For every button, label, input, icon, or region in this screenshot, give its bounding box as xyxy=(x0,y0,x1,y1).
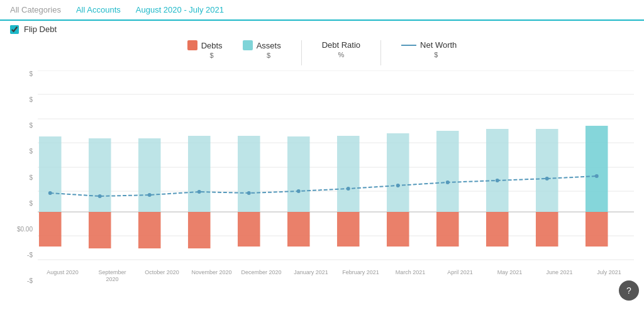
svg-point-43 xyxy=(545,177,549,180)
svg-point-33 xyxy=(48,191,52,195)
flip-debt-row: Flip Debt xyxy=(0,21,644,38)
all-accounts-filter[interactable]: All Accounts xyxy=(76,5,121,14)
svg-point-34 xyxy=(98,194,102,198)
chart-area: $ $ $ $ $ $ $0.00 -$ -$ xyxy=(10,70,634,284)
legend-net-worth: Net Worth $ xyxy=(401,40,457,58)
assets-color xyxy=(243,40,253,50)
svg-rect-10 xyxy=(89,138,111,212)
svg-rect-13 xyxy=(238,136,260,212)
flip-debt-label: Flip Debt xyxy=(24,25,57,34)
legend-debt-ratio: Debt Ratio % xyxy=(322,40,360,58)
svg-rect-20 xyxy=(586,126,608,212)
svg-rect-26 xyxy=(287,212,310,247)
chart-legend: Debts $ Assets $ Debt Ratio % Net Worth xyxy=(10,38,634,68)
legend-separator xyxy=(301,40,302,65)
svg-rect-29 xyxy=(436,212,459,247)
svg-point-40 xyxy=(396,184,400,187)
x-label-may: May 2021 xyxy=(485,267,535,284)
flip-debt-checkbox[interactable] xyxy=(10,25,19,34)
y-label-zero: $0.00 xyxy=(17,226,33,233)
y-label-2: $ xyxy=(29,96,33,103)
x-label-apr: April 2021 xyxy=(435,267,485,284)
svg-point-38 xyxy=(297,189,301,193)
x-label-mar: March 2021 xyxy=(386,267,435,284)
y-label-1: $ xyxy=(29,70,33,77)
x-label-nov: November 2020 xyxy=(187,267,236,284)
x-label-sep: September2020 xyxy=(87,267,137,284)
svg-rect-11 xyxy=(138,138,161,212)
svg-point-44 xyxy=(595,174,599,178)
svg-rect-25 xyxy=(238,212,260,247)
svg-point-42 xyxy=(496,179,499,182)
svg-rect-23 xyxy=(138,212,161,248)
x-label-jan: January 2021 xyxy=(286,267,336,284)
debts-color xyxy=(187,40,197,50)
chart-svg xyxy=(38,70,634,265)
svg-point-37 xyxy=(247,191,251,195)
svg-rect-30 xyxy=(486,212,509,247)
svg-point-41 xyxy=(446,180,450,184)
svg-point-39 xyxy=(347,187,350,191)
debts-label: Debts xyxy=(201,41,223,50)
net-worth-label: Net Worth xyxy=(420,40,457,50)
y-label-6: $ xyxy=(29,200,33,207)
svg-rect-31 xyxy=(536,212,558,247)
y-label-5: $ xyxy=(29,174,33,181)
assets-unit: $ xyxy=(267,52,270,59)
y-label-neg2: -$ xyxy=(27,277,33,284)
svg-rect-18 xyxy=(486,129,509,212)
svg-rect-9 xyxy=(39,136,62,212)
svg-rect-27 xyxy=(337,212,360,247)
date-range-filter[interactable]: August 2020 - July 2021 xyxy=(136,5,224,14)
debt-ratio-label: Debt Ratio xyxy=(322,40,360,50)
svg-rect-16 xyxy=(387,133,409,212)
legend-debts: Debts $ xyxy=(187,40,223,59)
svg-point-36 xyxy=(197,190,201,194)
legend-assets: Assets $ xyxy=(243,40,281,59)
help-button[interactable]: ? xyxy=(619,280,639,301)
y-label-neg1: -$ xyxy=(27,252,33,258)
x-label-aug: August 2020 xyxy=(38,267,87,284)
legend-separator-2 xyxy=(380,40,381,65)
assets-label: Assets xyxy=(257,41,281,50)
svg-rect-19 xyxy=(536,129,558,212)
debts-unit: $ xyxy=(210,52,214,59)
svg-rect-24 xyxy=(188,212,211,248)
svg-rect-21 xyxy=(39,212,62,247)
y-axis: $ $ $ $ $ $ $0.00 -$ -$ xyxy=(10,70,35,284)
x-label-oct: October 2020 xyxy=(137,267,187,284)
svg-rect-12 xyxy=(188,136,211,212)
top-bar: All Categories All Accounts August 2020 … xyxy=(0,0,644,21)
y-label-3: $ xyxy=(29,122,33,129)
svg-rect-15 xyxy=(337,136,360,212)
svg-rect-22 xyxy=(89,212,111,248)
chart-container: Debts $ Assets $ Debt Ratio % Net Worth xyxy=(0,38,644,308)
x-label-jun: June 2021 xyxy=(535,267,584,284)
svg-rect-28 xyxy=(387,212,409,247)
svg-rect-32 xyxy=(586,212,608,247)
net-worth-unit: $ xyxy=(434,51,438,58)
all-categories-filter[interactable]: All Categories xyxy=(10,5,61,14)
net-worth-line xyxy=(401,45,416,46)
x-axis: August 2020 September2020 October 2020 N… xyxy=(38,267,634,284)
svg-rect-17 xyxy=(436,131,459,212)
x-label-feb: February 2021 xyxy=(336,267,386,284)
svg-rect-14 xyxy=(287,136,310,212)
svg-point-35 xyxy=(148,193,152,197)
y-label-4: $ xyxy=(29,148,33,155)
x-label-dec: December 2020 xyxy=(236,267,286,284)
debt-ratio-unit: % xyxy=(338,51,344,58)
